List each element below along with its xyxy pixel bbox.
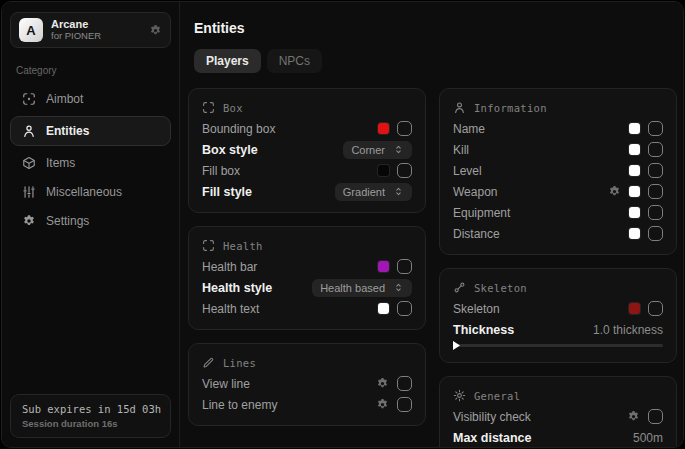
slider-header: Thickness1.0 thickness	[453, 319, 663, 340]
row-label: Weapon	[453, 185, 497, 199]
color-swatch[interactable]	[378, 261, 389, 272]
distance-checkbox[interactable]	[648, 226, 663, 241]
sidebar-item-label: Aimbot	[46, 92, 83, 106]
dropdown-value: Corner	[351, 144, 385, 156]
sidebar-item-label: Entities	[46, 124, 89, 138]
box-style-dropdown[interactable]: Corner	[343, 141, 412, 159]
level-checkbox[interactable]	[648, 163, 663, 178]
panel-information: InformationNameKillLevelWeaponEquipmentD…	[439, 88, 677, 255]
equipment-checkbox[interactable]	[648, 205, 663, 220]
sidebar-item-settings[interactable]: Settings	[10, 207, 171, 235]
color-swatch[interactable]	[629, 303, 640, 314]
panel-header: General	[453, 385, 663, 406]
row-max-distance: Max distance500m	[453, 427, 663, 448]
color-swatch[interactable]	[629, 144, 640, 155]
name-checkbox[interactable]	[648, 121, 663, 136]
row-controls	[629, 226, 663, 241]
color-swatch[interactable]	[629, 228, 640, 239]
health-style-dropdown[interactable]: Health based	[312, 279, 412, 297]
sidebar-item-miscellaneous[interactable]: Miscellaneous	[10, 178, 171, 206]
row-health-bar: Health bar	[202, 256, 412, 277]
tab-npcs[interactable]: NPCs	[267, 49, 322, 73]
fill-box-checkbox[interactable]	[397, 163, 412, 178]
panel-title: Box	[223, 102, 243, 114]
main-content: Entities PlayersNPCs BoxBounding boxBox …	[180, 2, 684, 447]
row-weapon: Weapon	[453, 181, 663, 202]
row-controls	[629, 142, 663, 157]
row-controls	[378, 163, 412, 178]
panel-general: GeneralVisibility checkMax distance500m	[439, 376, 677, 448]
brand-card: A Arcane for PIONER	[10, 12, 171, 48]
sidebar-item-items[interactable]: Items	[10, 149, 171, 177]
panel-header: Box	[202, 97, 412, 118]
gear-icon[interactable]	[149, 24, 162, 37]
slider-thumb[interactable]	[453, 341, 460, 350]
line-to-enemy-checkbox[interactable]	[397, 397, 412, 412]
sliders-icon	[22, 185, 36, 199]
row-kill: Kill	[453, 139, 663, 160]
gear-icon[interactable]	[376, 398, 389, 411]
gear-icon[interactable]	[627, 410, 640, 423]
dropdown-value: Health based	[320, 282, 385, 294]
skeleton-checkbox[interactable]	[648, 301, 663, 316]
sidebar-item-label: Miscellaneous	[46, 185, 122, 199]
brand-name: Arcane	[51, 18, 101, 31]
color-swatch[interactable]	[629, 186, 640, 197]
sidebar-item-entities[interactable]: Entities	[10, 116, 171, 146]
pencil-icon	[202, 356, 215, 369]
row-label: Visibility check	[453, 410, 531, 424]
health-bar-checkbox[interactable]	[397, 259, 412, 274]
sidebar-item-aimbot[interactable]: Aimbot	[10, 85, 171, 113]
panel-title: Lines	[223, 357, 256, 369]
tab-bar: PlayersNPCs	[194, 49, 677, 73]
tab-players[interactable]: Players	[194, 49, 261, 73]
row-controls	[627, 409, 663, 424]
gear-icon[interactable]	[608, 185, 621, 198]
health-text-checkbox[interactable]	[397, 301, 412, 316]
color-swatch[interactable]	[629, 123, 640, 134]
row-skeleton: Skeleton	[453, 298, 663, 319]
color-swatch[interactable]	[629, 207, 640, 218]
unfold-icon	[393, 282, 404, 293]
category-label: Category	[16, 65, 171, 76]
kill-checkbox[interactable]	[648, 142, 663, 157]
color-swatch[interactable]	[378, 123, 389, 134]
page-title: Entities	[194, 20, 677, 36]
visibility-check-checkbox[interactable]	[648, 409, 663, 424]
sun-icon	[453, 389, 466, 402]
panel-header: Skeleton	[453, 277, 663, 298]
row-view-line: View line	[202, 373, 412, 394]
bone-icon	[453, 281, 466, 294]
row-label: Fill box	[202, 164, 240, 178]
row-label: Distance	[453, 227, 500, 241]
row-visibility-check: Visibility check	[453, 406, 663, 427]
color-swatch[interactable]	[378, 303, 389, 314]
sub-expires-text: Sub expires in 15d 03h	[22, 403, 159, 415]
color-swatch[interactable]	[378, 165, 389, 176]
person-icon	[453, 101, 466, 114]
row-label: Max distance	[453, 431, 532, 445]
row-label: Health bar	[202, 260, 257, 274]
app-window: A Arcane for PIONER Category AimbotEntit…	[1, 1, 684, 448]
weapon-checkbox[interactable]	[648, 184, 663, 199]
panel-lines: LinesView lineLine to enemy	[188, 343, 426, 426]
unfold-icon	[393, 186, 404, 197]
row-equipment: Equipment	[453, 202, 663, 223]
row-controls	[629, 121, 663, 136]
bounding-box-checkbox[interactable]	[397, 121, 412, 136]
sidebar-item-label: Settings	[46, 214, 89, 228]
slider-value: 500m	[633, 431, 663, 445]
row-fill-box: Fill box	[202, 160, 412, 181]
view-line-checkbox[interactable]	[397, 376, 412, 391]
crosshair-icon	[22, 92, 36, 106]
row-distance: Distance	[453, 223, 663, 244]
panel-header: Lines	[202, 352, 412, 373]
thickness-slider[interactable]	[453, 344, 663, 347]
sidebar-item-label: Items	[46, 156, 75, 170]
cube-icon	[22, 156, 36, 170]
row-controls	[608, 184, 663, 199]
color-swatch[interactable]	[629, 165, 640, 176]
row-label: Thickness	[453, 323, 514, 337]
fill-style-dropdown[interactable]: Gradient	[335, 183, 412, 201]
gear-icon[interactable]	[376, 377, 389, 390]
